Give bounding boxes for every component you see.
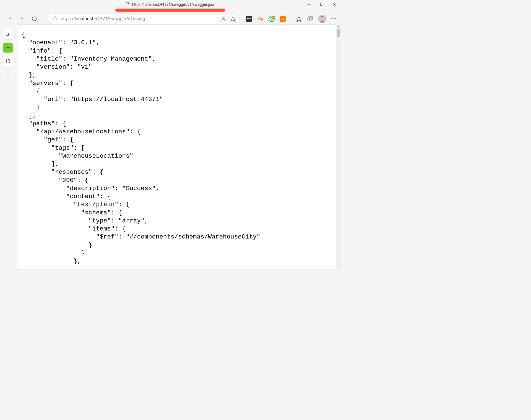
svg-marker-28: [337, 26, 340, 27]
scrollbar-thumb[interactable]: [337, 29, 340, 37]
profile-avatar[interactable]: [318, 15, 326, 23]
tab-title: https://localhost:44371/swagger/v1/swagg…: [125, 2, 215, 7]
address-bar[interactable]: https://localhost:44371/swagger/v1/swag.…: [49, 14, 240, 24]
more-menu-button[interactable]: [331, 18, 336, 19]
zoom-icon[interactable]: [221, 16, 227, 22]
svg-marker-15: [296, 16, 301, 21]
forward-button[interactable]: [17, 13, 28, 24]
collections-button[interactable]: [307, 16, 313, 22]
page-content: { "openapi": "3.0.1", "info": { "title":…: [17, 24, 339, 269]
minimize-button[interactable]: [303, 0, 315, 9]
extension-d-icon[interactable]: D: [269, 16, 275, 22]
sidebar-tool-3[interactable]: [3, 56, 13, 66]
favorites-button[interactable]: [296, 16, 302, 22]
url-text: https://localhost:44371/swagger/v1/swag.…: [61, 16, 218, 22]
toolbar-divider: [291, 15, 291, 22]
sidebar-add-button[interactable]: [3, 69, 13, 79]
vertical-scrollbar[interactable]: [336, 24, 341, 269]
window-titlebar: https://localhost:44371/swagger/v1/swagg…: [0, 0, 341, 9]
annotation-highlight: [115, 9, 225, 12]
document-icon: [125, 2, 130, 7]
svg-rect-1: [321, 3, 323, 6]
extension-svg-icon[interactable]: sVg: [257, 15, 264, 22]
svg-rect-6: [54, 18, 56, 20]
sidebar-tool-2[interactable]: [3, 43, 13, 53]
sidebar-tool-1[interactable]: [3, 29, 13, 39]
favorite-icon[interactable]: [230, 16, 236, 22]
window-title-text: https://localhost:44371/swagger/v1/swagg…: [132, 2, 215, 7]
extension-ex-icon[interactable]: EX: [280, 16, 286, 22]
json-body[interactable]: { "openapi": "3.0.1", "info": { "title":…: [21, 31, 337, 265]
scroll-up-arrow[interactable]: [336, 24, 341, 29]
close-button[interactable]: [328, 0, 341, 9]
maximize-button[interactable]: [315, 0, 328, 9]
refresh-button[interactable]: [29, 13, 40, 24]
vertical-sidebar: [0, 24, 16, 269]
svg-line-8: [225, 20, 226, 21]
back-button[interactable]: [4, 13, 15, 24]
lock-icon: [53, 16, 57, 22]
svg-point-25: [8, 47, 9, 48]
extension-lastpass-icon[interactable]: •••: [246, 16, 252, 22]
